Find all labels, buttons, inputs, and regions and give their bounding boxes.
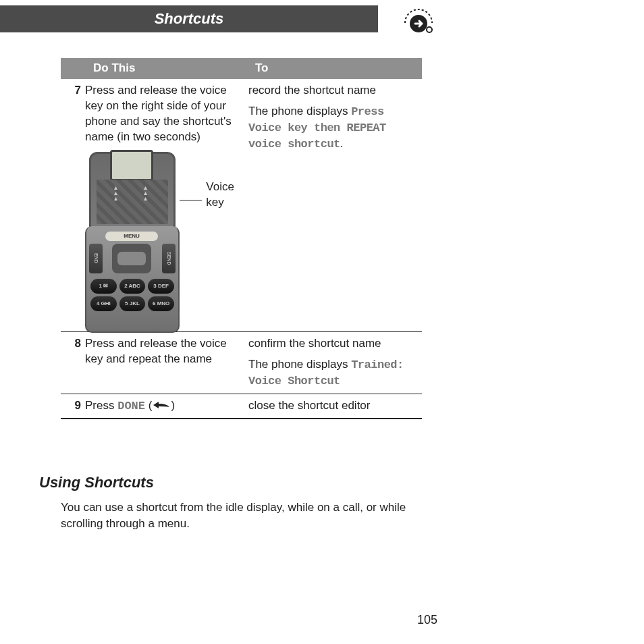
phone-key: 5 JKL bbox=[119, 296, 146, 311]
phone-illustration: ▴▴▴ ▴▴▴ MENU END SEND 1 ✉ 2 ABC 3 DEF 4 … bbox=[85, 152, 180, 327]
result-text: confirm the shortcut name bbox=[248, 336, 422, 352]
phone-end-key: END bbox=[89, 244, 103, 273]
phone-illustration-wrap: ▴▴▴ ▴▴▴ MENU END SEND 1 ✉ 2 ABC 3 DEF 4 … bbox=[85, 152, 242, 327]
section-body: You can use a shortcut from the idle dis… bbox=[61, 500, 419, 532]
voice-key-callout: Voice key bbox=[206, 180, 242, 211]
decorative-arrows: ▴▴▴ bbox=[144, 185, 147, 201]
action-prefix: Press bbox=[85, 399, 117, 412]
instructions-table: Do This To 7 Press and release the voice… bbox=[61, 58, 422, 419]
phone-send-key: SEND bbox=[162, 244, 176, 273]
step-action: Press DONE () bbox=[85, 398, 248, 414]
phone-menu-button: MENU bbox=[105, 232, 158, 241]
callout-line bbox=[180, 200, 202, 200]
step-action: Press and release the voice key and repe… bbox=[85, 336, 248, 390]
phone-key: 1 ✉ bbox=[90, 279, 117, 294]
step-result: confirm the shortcut name The phone disp… bbox=[248, 336, 422, 390]
step-action: Press and release the voice key on the r… bbox=[85, 83, 248, 327]
section-heading: Using Shortcuts bbox=[39, 473, 154, 493]
step-number: 7 bbox=[61, 83, 85, 327]
svg-point-1 bbox=[427, 27, 432, 32]
header-blank bbox=[61, 58, 90, 79]
table-row: 8 Press and release the voice key and re… bbox=[61, 332, 422, 394]
step-result: record the shortcut name The phone displ… bbox=[248, 83, 422, 327]
result-suffix: . bbox=[340, 137, 344, 150]
page-number: 105 bbox=[417, 612, 437, 628]
phone-body: MENU END SEND 1 ✉ 2 ABC 3 DEF 4 GHI 5 JK… bbox=[85, 226, 180, 333]
left-softkey-icon bbox=[152, 398, 171, 414]
table-row: 7 Press and release the voice key on the… bbox=[61, 79, 422, 332]
table-header-row: Do This To bbox=[61, 58, 422, 79]
phone-keypad: 1 ✉ 2 ABC 3 DEF 4 GHI 5 JKL 6 MNO bbox=[90, 279, 174, 311]
result-prefix: The phone displays bbox=[248, 358, 351, 371]
step-number: 8 bbox=[61, 336, 85, 390]
result-prefix: The phone displays bbox=[248, 105, 351, 117]
header-to: To bbox=[252, 58, 422, 79]
step-number: 9 bbox=[61, 398, 85, 414]
phone-pattern bbox=[97, 180, 168, 224]
result-text: record the shortcut name bbox=[248, 83, 422, 99]
action-close-paren: ) bbox=[171, 399, 175, 412]
step-result: close the shortcut editor bbox=[248, 398, 422, 414]
header-do-this: Do This bbox=[90, 58, 252, 79]
decorative-arrows: ▴▴▴ bbox=[114, 185, 117, 201]
phone-dpad bbox=[112, 244, 151, 273]
phone-flip-top: ▴▴▴ ▴▴▴ bbox=[89, 152, 176, 230]
phone-key: 4 GHI bbox=[90, 296, 117, 311]
step-action-text: Press and release the voice key on the r… bbox=[85, 83, 242, 145]
shortcuts-dial-icon bbox=[400, 3, 437, 40]
table-row: 9 Press DONE () close the shortcut edito… bbox=[61, 394, 422, 420]
softkey-label: DONE bbox=[117, 400, 145, 412]
page-header: Shortcuts bbox=[0, 5, 378, 32]
result-detail: The phone displays Press Voice key then … bbox=[248, 104, 422, 153]
phone-key: 3 DEF bbox=[148, 279, 174, 294]
action-open-paren: ( bbox=[145, 399, 152, 412]
phone-screen bbox=[110, 150, 153, 181]
result-detail: The phone displays Trained: Voice Shortc… bbox=[248, 357, 422, 390]
phone-key: 6 MNO bbox=[148, 296, 174, 311]
phone-key: 2 ABC bbox=[119, 279, 146, 294]
